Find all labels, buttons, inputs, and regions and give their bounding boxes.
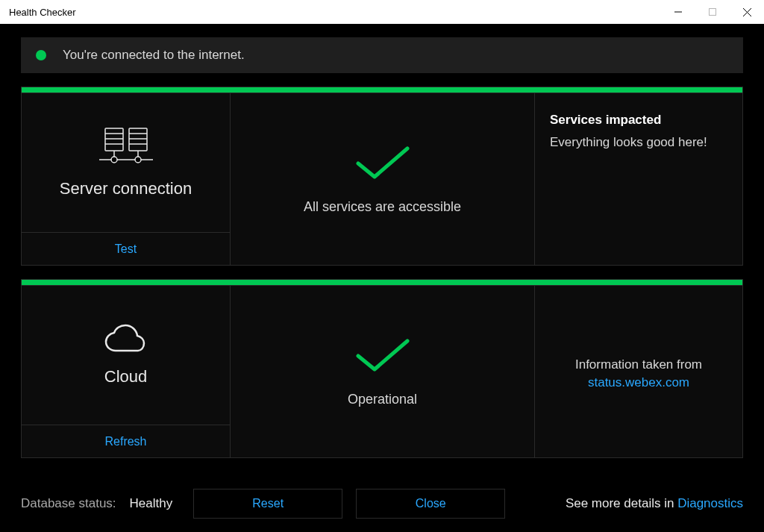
footer-details: See more details in Diagnostics	[566, 496, 743, 511]
server-cell-mid: All services are accessible	[231, 93, 535, 265]
cloud-cell-mid: Operational	[231, 286, 535, 457]
status-source-link[interactable]: status.webex.com	[588, 375, 689, 390]
svg-rect-8	[129, 128, 147, 151]
server-iconbox: Server connection	[22, 93, 230, 232]
diagnostics-link[interactable]: Diagnostics	[677, 496, 743, 510]
checkmark-icon	[354, 337, 412, 374]
panel-status-bar	[22, 280, 742, 286]
test-button[interactable]: Test	[22, 232, 230, 265]
maximize-button	[695, 0, 730, 24]
checkmark-icon	[354, 144, 412, 181]
footer: Database status: Healthy Reset Close See…	[21, 474, 743, 519]
server-cell-left: Server connection Test	[22, 93, 231, 265]
server-status-text: All services are accessible	[304, 199, 461, 215]
server-connection-panel: Server connection Test All services are …	[21, 87, 743, 266]
window-title: Health Checker	[9, 7, 76, 18]
panel-body: Server connection Test All services are …	[22, 93, 742, 265]
window: Health Checker You're connected to the i…	[0, 0, 764, 532]
titlebar: Health Checker	[0, 0, 764, 24]
connection-banner-text: You're connected to the internet.	[63, 48, 245, 63]
close-window-button[interactable]	[730, 0, 764, 24]
svg-rect-4	[105, 128, 123, 151]
database-status-label: Database status:	[21, 496, 116, 511]
cloud-icon	[102, 324, 150, 355]
cloud-panel: Cloud Refresh Operational Information ta…	[21, 279, 743, 458]
refresh-button[interactable]: Refresh	[22, 425, 230, 457]
services-impacted-body: Everything looks good here!	[550, 135, 727, 150]
svg-rect-1	[710, 9, 716, 16]
reset-button[interactable]: Reset	[193, 489, 342, 519]
cloud-iconbox: Cloud	[22, 286, 230, 425]
server-connection-title: Server connection	[60, 179, 192, 198]
cloud-cell-left: Cloud Refresh	[22, 286, 231, 457]
server-network-icon	[98, 127, 154, 167]
database-status-value: Healthy	[130, 496, 173, 511]
panel-status-bar	[22, 87, 742, 93]
connection-banner: You're connected to the internet.	[21, 37, 743, 73]
cloud-info-text: Information taken from	[575, 357, 702, 372]
cloud-status-text: Operational	[348, 392, 417, 407]
footer-details-prefix: See more details in	[566, 496, 677, 510]
close-button[interactable]: Close	[356, 489, 505, 519]
svg-point-16	[135, 157, 141, 163]
minimize-button[interactable]	[661, 0, 695, 24]
panel-body: Cloud Refresh Operational Information ta…	[22, 286, 742, 457]
svg-point-15	[111, 157, 117, 163]
status-dot-icon	[36, 50, 46, 60]
cloud-title: Cloud	[104, 367, 147, 387]
cloud-cell-right: Information taken from status.webex.com	[535, 286, 742, 457]
services-impacted-heading: Services impacted	[550, 113, 727, 128]
server-cell-right: Services impacted Everything looks good …	[535, 93, 742, 265]
window-controls	[661, 0, 764, 24]
app-body: You're connected to the internet.	[0, 24, 764, 532]
